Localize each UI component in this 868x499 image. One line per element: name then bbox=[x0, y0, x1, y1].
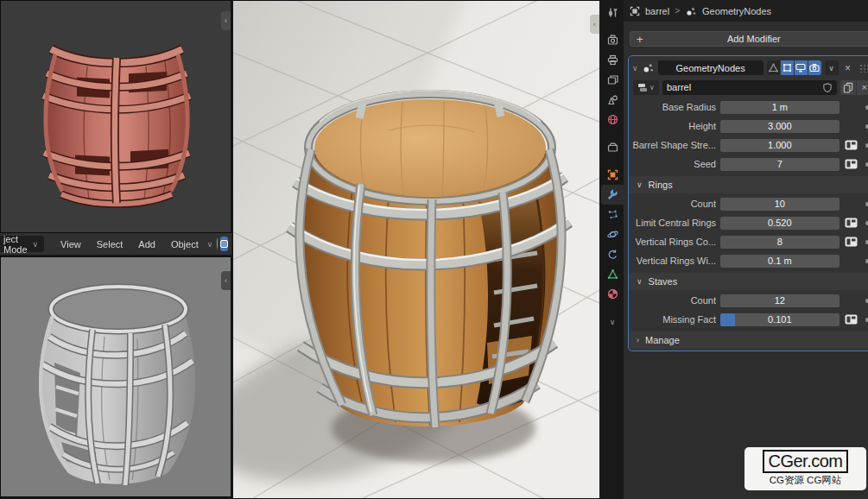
geometry-nodes-icon bbox=[685, 6, 697, 16]
tab-output[interactable] bbox=[601, 50, 624, 70]
left-viewport-column: ‹ ject Mode ∨ View Select Add Object ∨ bbox=[0, 0, 233, 499]
prop-label: Missing Fact bbox=[632, 314, 716, 325]
chevron-down-icon: ∨ bbox=[637, 277, 643, 286]
node-tree-icon bbox=[637, 83, 648, 92]
edit-mode-icon bbox=[782, 63, 792, 73]
sidebar-toggle-arrow[interactable]: ‹ bbox=[221, 11, 231, 30]
input-attribute-icon[interactable] bbox=[845, 140, 858, 150]
display-edit-mode-toggle[interactable] bbox=[781, 60, 794, 75]
viewport-solid-red[interactable]: ‹ bbox=[0, 0, 231, 233]
barrel-shape-field[interactable]: 1.000 bbox=[720, 139, 839, 152]
tab-modifiers[interactable] bbox=[601, 185, 624, 205]
chevron-down-icon: ∨ bbox=[33, 240, 39, 249]
properties-content: barrel > GeometryNodes + Add Modifier ∨ … bbox=[624, 0, 868, 499]
constraints-icon bbox=[607, 249, 618, 260]
collection-icon bbox=[607, 142, 618, 153]
section-header-manage[interactable]: › Manage bbox=[629, 332, 868, 349]
input-attribute-icon[interactable] bbox=[845, 159, 858, 169]
view-layer-icon bbox=[607, 74, 618, 85]
input-attribute-icon[interactable] bbox=[845, 237, 858, 247]
viewport-clay-gray[interactable]: ‹ bbox=[0, 256, 231, 497]
section-header-staves[interactable]: ∨ Staves bbox=[629, 273, 868, 290]
blender-window: ‹ ject Mode ∨ View Select Add Object ∨ bbox=[0, 0, 868, 499]
vertical-rings-count-field[interactable]: 8 bbox=[720, 236, 839, 249]
tab-object[interactable] bbox=[601, 165, 624, 185]
tab-scene[interactable] bbox=[601, 90, 624, 110]
slider-fill bbox=[720, 313, 735, 326]
prop-label: Count bbox=[632, 295, 716, 306]
missing-fact-slider[interactable]: 0.101 bbox=[720, 313, 839, 326]
prop-row-staves-count: Count 12 bbox=[629, 291, 868, 310]
base-radius-field[interactable]: 1 m bbox=[720, 101, 839, 114]
tab-tool[interactable] bbox=[601, 3, 624, 22]
tab-world[interactable] bbox=[601, 110, 624, 129]
material-preview-shading-icon[interactable] bbox=[217, 238, 218, 250]
breadcrumb-object[interactable]: barrel bbox=[645, 6, 669, 16]
duplicate-icon[interactable] bbox=[840, 80, 856, 95]
watermark: CGer.com CG资源 CG网站 bbox=[744, 447, 866, 490]
world-icon bbox=[607, 114, 618, 125]
staves-count-field[interactable]: 12 bbox=[720, 294, 839, 307]
add-modifier-button[interactable]: + Add Modifier bbox=[630, 31, 868, 47]
viewport-header-bar: ject Mode ∨ View Select Add Object ∨ bbox=[0, 233, 231, 256]
input-attribute-icon[interactable] bbox=[845, 314, 858, 325]
unlink-button[interactable]: × bbox=[857, 80, 868, 95]
tab-physics[interactable] bbox=[601, 224, 624, 244]
tab-constraints[interactable] bbox=[601, 244, 624, 264]
shield-fake-user-icon[interactable] bbox=[822, 82, 833, 93]
menu-select[interactable]: Select bbox=[89, 233, 131, 256]
section-header-rings[interactable]: ∨ Rings bbox=[629, 176, 868, 193]
modifier-name-field[interactable]: GeometryNodes bbox=[658, 60, 763, 75]
object-data-icon bbox=[607, 268, 618, 280]
sidebar-toggle-arrow[interactable]: ‹ bbox=[590, 15, 599, 34]
tab-render[interactable] bbox=[601, 30, 624, 50]
display-render-toggle[interactable] bbox=[808, 60, 821, 75]
tab-object-data[interactable] bbox=[601, 264, 624, 284]
breadcrumb-separator: > bbox=[675, 6, 680, 16]
node-group-name: barrel bbox=[667, 82, 819, 92]
tab-material[interactable] bbox=[601, 284, 624, 304]
vertical-rings-width-field[interactable]: 0.1 m bbox=[720, 255, 839, 268]
breadcrumb-modifier[interactable]: GeometryNodes bbox=[702, 6, 771, 16]
properties-editor: ∨ barrel > GeometryNodes + Add Modifier … bbox=[599, 0, 868, 499]
sidebar-toggle-arrow[interactable]: ‹ bbox=[221, 271, 231, 290]
prop-row-base-radius: Base Radius 1 m bbox=[629, 98, 868, 117]
display-on-cage-toggle[interactable] bbox=[767, 60, 780, 75]
tab-view-layer[interactable] bbox=[601, 70, 624, 90]
limit-central-rings-field[interactable]: 0.520 bbox=[720, 217, 839, 230]
menu-add[interactable]: Add bbox=[130, 233, 163, 256]
rings-count-field[interactable]: 10 bbox=[720, 198, 839, 211]
tab-collection[interactable] bbox=[601, 137, 624, 157]
geometry-nodes-icon bbox=[642, 62, 655, 73]
mode-dropdown[interactable]: ject Mode ∨ bbox=[0, 236, 44, 252]
drag-handle-icon[interactable] bbox=[859, 64, 868, 73]
height-field[interactable]: 3.000 bbox=[720, 120, 839, 133]
tab-overflow[interactable]: ∨ bbox=[601, 312, 624, 332]
viewport-rendered[interactable]: ‹ bbox=[233, 0, 599, 499]
shading-dropdown-chevron-icon[interactable]: ∨ bbox=[207, 240, 213, 249]
rendered-shading-icon[interactable] bbox=[220, 237, 228, 251]
red-barrel-preview bbox=[1, 1, 231, 232]
breadcrumb: barrel > GeometryNodes bbox=[624, 0, 868, 22]
node-group-name-field[interactable]: barrel bbox=[662, 80, 837, 95]
gray-barrel-preview bbox=[1, 257, 231, 496]
rendered-scene bbox=[233, 1, 599, 498]
prop-row-vertical-rings-count: Vertical Rings Co... 8 bbox=[629, 232, 868, 251]
display-toggle-group bbox=[767, 60, 821, 75]
node-group-browse-button[interactable]: ∨ bbox=[633, 80, 659, 95]
particles-icon bbox=[607, 209, 618, 220]
output-icon bbox=[607, 54, 618, 66]
menu-view[interactable]: View bbox=[53, 233, 89, 256]
render-icon bbox=[607, 35, 618, 46]
menu-object[interactable]: Object bbox=[163, 233, 206, 256]
display-realtime-toggle[interactable] bbox=[795, 60, 808, 75]
input-attribute-icon[interactable] bbox=[845, 218, 858, 228]
modifier-extras-dropdown[interactable]: ∨ bbox=[825, 60, 839, 75]
tab-particles[interactable] bbox=[601, 205, 624, 224]
wrench-icon bbox=[606, 189, 618, 201]
expand-chevron-icon[interactable]: ∨ bbox=[632, 64, 638, 73]
chevron-down-icon: ∨ bbox=[649, 84, 655, 92]
seed-field[interactable]: 7 bbox=[720, 158, 839, 171]
modifier-delete-button[interactable]: × bbox=[842, 62, 854, 74]
section-label: Rings bbox=[649, 180, 673, 190]
